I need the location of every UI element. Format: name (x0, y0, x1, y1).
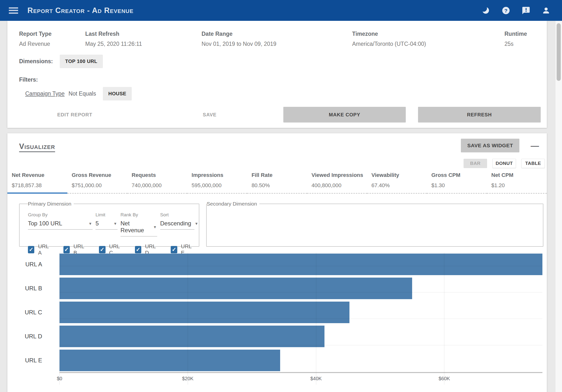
chart-row: URL A (7, 252, 547, 276)
chart-row: URL D (7, 324, 547, 348)
field-report-type: Report Type Ad Revenue (19, 31, 85, 47)
secondary-dimension-legend: Secondary Dimension (207, 201, 259, 207)
field-label: Last Refresh (85, 31, 202, 37)
app-title: Report Creator - Ad Revenue (27, 6, 133, 15)
y-axis-label: URL C (7, 309, 60, 316)
field-timezone: Timezone America/Toronto (UTC-04:00) (352, 31, 504, 47)
field-value: May 25, 2020 11:26:11 (85, 41, 202, 47)
app-bar: Report Creator - Ad Revenue ? (0, 0, 562, 21)
bar[interactable] (60, 278, 412, 299)
chevron-down-icon: ▼ (88, 221, 92, 226)
bar[interactable] (60, 254, 542, 275)
report-summary-card: Report Type Ad Revenue Last Refresh May … (7, 21, 547, 128)
metric-gross-revenue[interactable]: Gross Revenue $751,000.00 (67, 172, 127, 194)
filter-field-link[interactable]: Campaign Type (25, 90, 65, 97)
sort-select[interactable]: Sort Descending▼ (160, 212, 194, 236)
metric-net-cpm[interactable]: Net CPM $1.20 (487, 172, 547, 194)
field-label: Timezone (352, 31, 504, 37)
metric-requests[interactable]: Requests 740,000,000 (127, 172, 187, 194)
visualizer-title: Visualizer (19, 142, 55, 152)
filters-label: Filters: (19, 76, 547, 83)
metrics-row: Net Revenue $718,857.38 Gross Revenue $7… (7, 172, 547, 194)
field-label: Report Type (19, 31, 85, 37)
field-last-refresh: Last Refresh May 25, 2020 11:26:11 (85, 31, 202, 47)
save-button[interactable]: SAVE (198, 109, 221, 121)
x-tick-label: $60K (439, 376, 450, 381)
scrollbar-thumb[interactable] (557, 23, 561, 81)
secondary-dimension-fieldset: Secondary Dimension (206, 201, 543, 247)
y-axis-label: URL D (7, 333, 60, 340)
metric-fill-rate[interactable]: Fill Rate 80.50% (247, 172, 307, 194)
chart-type-toggle: BAR DONUT TABLE (7, 152, 547, 168)
dark-mode-moon-icon[interactable] (481, 5, 491, 16)
field-label: Runtime (504, 31, 547, 37)
help-icon[interactable]: ? (501, 5, 511, 16)
chart-row: URL E (7, 348, 547, 372)
bar[interactable] (60, 302, 349, 323)
bar[interactable] (60, 326, 324, 347)
y-axis-label: URL A (7, 261, 60, 268)
field-label: Date Range (202, 31, 352, 37)
chart-type-bar-button[interactable]: BAR (464, 159, 487, 168)
metric-impressions[interactable]: Impressions 595,000,000 (187, 172, 247, 194)
collapse-minus-icon[interactable]: — (529, 140, 541, 151)
y-axis-label: URL B (7, 285, 60, 292)
y-axis-label: URL E (7, 357, 60, 364)
save-as-widget-button[interactable]: SAVE AS WIDGET (461, 139, 519, 152)
field-runtime: Runtime 25s (504, 31, 547, 47)
x-axis-ticks: $0$20K$40K$60K (60, 372, 542, 385)
metric-net-revenue[interactable]: Net Revenue $718,857.38 (7, 172, 67, 194)
dimensions-label: Dimensions: (19, 58, 53, 65)
filter-rule: Campaign Type Not Equals HOUSE (25, 87, 547, 100)
field-value: Ad Revenue (19, 41, 85, 47)
filter-operator: Not Equals (69, 90, 96, 97)
field-value: 25s (504, 41, 547, 47)
rank-by-select[interactable]: Rank By Net Revenue▼ (120, 212, 157, 236)
x-tick-label: $40K (310, 376, 322, 381)
scrollbar-track[interactable] (555, 21, 562, 392)
svg-text:?: ? (504, 8, 508, 13)
group-by-select[interactable]: Group By Top 100 URL▼ (28, 212, 93, 236)
metric-viewed-impressions[interactable]: Viewed Impressions 400,800,000 (307, 172, 367, 194)
feedback-icon[interactable] (521, 5, 531, 16)
x-tick-label: $20K (182, 376, 193, 381)
x-tick-label: $0 (57, 376, 62, 381)
limit-select[interactable]: Limit 5▼ (96, 212, 118, 236)
metric-gross-cpm[interactable]: Gross CPM $1.30 (427, 172, 487, 194)
menu-icon[interactable] (9, 7, 18, 14)
chevron-down-icon: ▼ (195, 221, 198, 226)
account-icon[interactable] (541, 5, 551, 16)
primary-dimension-fieldset: Primary Dimension Group By Top 100 URL▼ … (19, 201, 199, 247)
chevron-down-icon: ▼ (113, 221, 117, 226)
chevron-down-icon: ▼ (153, 225, 157, 229)
chart-type-donut-button[interactable]: DONUT (492, 159, 516, 168)
field-value: Nov 01, 2019 to Nov 09, 2019 (202, 41, 352, 47)
field-value: America/Toronto (UTC-04:00) (352, 41, 504, 47)
chart-rows: URL AURL BURL CURL DURL E (7, 252, 547, 372)
chart-row: URL B (7, 276, 547, 300)
chart-type-table-button[interactable]: TABLE (521, 159, 545, 168)
metric-viewability[interactable]: Viewability 67.40% (367, 172, 427, 194)
field-date-range: Date Range Nov 01, 2019 to Nov 09, 2019 (202, 31, 352, 47)
bar[interactable] (60, 350, 280, 371)
refresh-button[interactable]: REFRESH (418, 107, 541, 122)
dimension-chip[interactable]: TOP 100 URL (60, 55, 103, 68)
chart-row: URL C (7, 300, 547, 324)
edit-report-button[interactable]: EDIT REPORT (52, 109, 97, 121)
bar-chart: URL AURL BURL CURL DURL E $0$20K$40K$60K (7, 252, 547, 385)
visualizer-card: Visualizer SAVE AS WIDGET — BAR DONUT TA… (7, 133, 547, 392)
make-copy-button[interactable]: MAKE COPY (283, 107, 406, 122)
filter-value-chip[interactable]: HOUSE (103, 87, 132, 100)
primary-dimension-legend: Primary Dimension (28, 201, 74, 207)
